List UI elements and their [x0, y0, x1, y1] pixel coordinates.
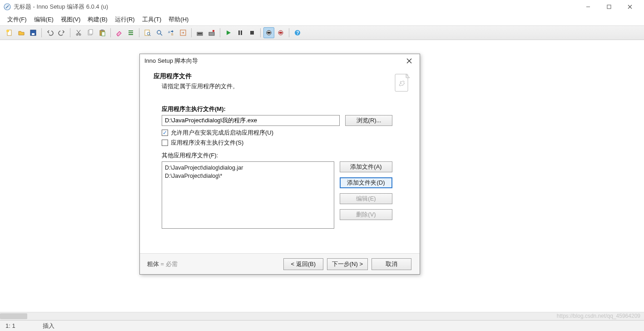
svg-rect-35	[250, 31, 254, 35]
target-setup-icon[interactable]	[263, 27, 274, 38]
edit-file-button[interactable]: 编辑(E)	[340, 193, 392, 204]
svg-text:A: A	[168, 30, 170, 34]
dialog-header: 应用程序文件 请指定属于应用程序的文件。	[140, 68, 420, 100]
maximize-button[interactable]	[599, 0, 619, 14]
dialog-close-button[interactable]	[403, 55, 415, 67]
add-file-button[interactable]: 添加文件(A)	[340, 161, 392, 172]
no-main-exe-checkbox[interactable]: 应用程序没有主执行文件(S)	[162, 139, 392, 147]
svg-rect-33	[238, 30, 240, 35]
menu-edit[interactable]: 编辑(E)	[30, 14, 57, 25]
checkbox-icon	[162, 140, 168, 146]
run-icon[interactable]	[223, 27, 234, 38]
insert-mode: 插入	[43, 322, 54, 330]
svg-text:B: B	[171, 33, 173, 36]
toolbar: AB ?	[0, 25, 644, 40]
toolbar-separator	[191, 28, 192, 37]
menu-run[interactable]: 运行(R)	[111, 14, 139, 25]
cut-icon[interactable]	[73, 27, 84, 38]
list-icon[interactable]	[125, 27, 136, 38]
minimize-button[interactable]	[578, 0, 599, 14]
other-files-listbox[interactable]: D:\JavaProject\dialog\dialog.jar D:\Java…	[162, 161, 334, 229]
svg-point-28	[198, 33, 199, 35]
toolbar-separator	[110, 28, 111, 37]
svg-rect-19	[145, 30, 149, 35]
horizontal-scrollbar[interactable]	[0, 312, 644, 320]
required-hint: 粗体 = 必需	[147, 260, 178, 268]
target-uninstall-icon[interactable]	[275, 27, 286, 38]
menu-tools[interactable]: 工具(T)	[139, 14, 165, 25]
toolbar-separator	[41, 28, 42, 37]
svg-point-30	[201, 33, 202, 35]
window-title: 无标题 - Inno Setup 编译器 6.0.4 (u)	[14, 3, 578, 11]
svg-rect-31	[209, 32, 214, 35]
compile-icon[interactable]	[194, 27, 205, 38]
toolbar-separator	[260, 28, 261, 37]
svg-rect-34	[241, 30, 242, 35]
dialog-footer: 粗体 = 必需 < 返回(B) 下一步(N) > 取消	[140, 253, 420, 274]
allow-run-checkbox[interactable]: 允许用户在安装完成后启动应用程序(U)	[162, 129, 392, 137]
stop-compile-icon[interactable]	[206, 27, 217, 38]
dialog-titlebar: Inno Setup 脚本向导	[140, 54, 420, 68]
dialog-heading: 应用程序文件	[154, 72, 393, 80]
dialog-body: 应用程序主执行文件(M): 浏览(R)... 允许用户在安装完成后启动应用程序(…	[140, 100, 420, 253]
checkbox-icon	[162, 130, 168, 136]
svg-rect-12	[89, 30, 93, 34]
open-icon[interactable]	[16, 27, 27, 38]
svg-rect-32	[213, 30, 214, 32]
list-item[interactable]: D:\JavaProject\dialog\*	[165, 172, 331, 180]
toolbar-separator	[139, 28, 139, 37]
menu-bar: 文件(F) 编辑(E) 视图(V) 构建(B) 运行(R) 工具(T) 帮助(H…	[0, 14, 644, 25]
main-exe-label: 应用程序主执行文件(M):	[162, 105, 392, 113]
svg-point-29	[199, 33, 201, 35]
svg-line-23	[160, 34, 162, 35]
menu-file[interactable]: 文件(F)	[4, 14, 30, 25]
pause-icon[interactable]	[235, 27, 246, 38]
other-files-label: 其他应用程序文件(F):	[162, 151, 392, 160]
undo-icon[interactable]	[45, 27, 55, 38]
status-bar: 1: 1 插入	[0, 320, 644, 331]
dialog-subheading: 请指定属于应用程序的文件。	[162, 82, 393, 90]
add-folder-button[interactable]: 添加文件夹(D)	[340, 177, 392, 188]
allow-run-label: 允许用户在安装完成后启动应用程序(U)	[171, 129, 273, 137]
toolbar-separator	[220, 28, 220, 37]
browse-button[interactable]: 浏览(R)...	[345, 115, 392, 126]
svg-rect-8	[32, 33, 35, 35]
wizard-page-icon	[393, 72, 411, 94]
delete-file-button[interactable]: 删除(V)	[340, 209, 392, 220]
svg-text:?: ?	[297, 30, 299, 35]
stop-icon[interactable]	[247, 27, 258, 38]
dialog-title: Inno Setup 脚本向导	[144, 57, 198, 65]
new-icon[interactable]	[4, 27, 15, 38]
menu-help[interactable]: 帮助(H)	[165, 14, 192, 25]
menu-view[interactable]: 视图(V)	[57, 14, 84, 25]
goto-icon[interactable]	[178, 27, 188, 38]
zoom-icon[interactable]	[154, 27, 165, 38]
back-button[interactable]: < 返回(B)	[283, 258, 323, 270]
cancel-button[interactable]: 取消	[372, 258, 411, 270]
title-bar: 无标题 - Inno Setup 编译器 6.0.4 (u)	[0, 0, 644, 14]
app-icon	[4, 3, 11, 10]
close-button[interactable]	[619, 0, 640, 14]
next-button[interactable]: 下一步(N) >	[327, 258, 368, 270]
copy-icon[interactable]	[85, 27, 96, 38]
find-icon[interactable]	[142, 27, 153, 38]
svg-point-22	[157, 30, 161, 34]
menu-build[interactable]: 构建(B)	[84, 14, 111, 25]
script-wizard-dialog: Inno Setup 脚本向导 应用程序文件 请指定属于应用程序的文件。 应用程…	[139, 54, 420, 275]
cursor-position: 1: 1	[5, 322, 15, 329]
window-controls	[578, 0, 640, 14]
save-icon[interactable]	[28, 27, 39, 38]
svg-rect-15	[102, 32, 105, 36]
svg-rect-14	[101, 30, 104, 31]
main-exe-input[interactable]	[162, 115, 340, 126]
watermark: https://blog.csdn.net/qq_45964209	[557, 313, 640, 319]
help-icon[interactable]: ?	[292, 27, 303, 38]
replace-icon[interactable]: AB	[166, 27, 177, 38]
paste-icon[interactable]	[97, 27, 108, 38]
list-item[interactable]: D:\JavaProject\dialog\dialog.jar	[165, 164, 331, 172]
erase-icon[interactable]	[114, 27, 124, 38]
no-main-exe-label: 应用程序没有主执行文件(S)	[171, 139, 243, 147]
redo-icon[interactable]	[56, 27, 67, 38]
toolbar-separator	[289, 28, 289, 37]
toolbar-separator	[70, 28, 70, 37]
